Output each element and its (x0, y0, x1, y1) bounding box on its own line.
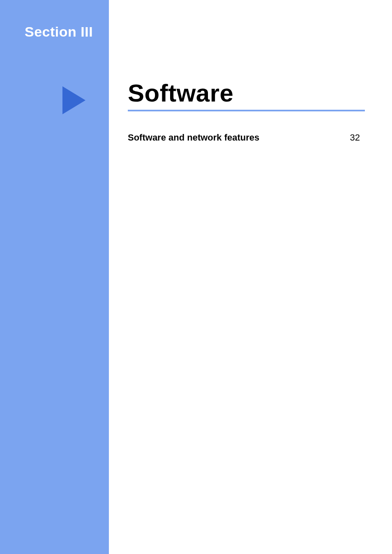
toc-entry-label: Software and network features (128, 132, 259, 143)
section-label: Section III (25, 24, 93, 40)
toc-row[interactable]: Software and network features 32 (128, 132, 365, 143)
main-content: Software Software and network features 3… (109, 0, 392, 554)
title-block: Software (128, 79, 365, 111)
play-triangle-icon (62, 86, 85, 114)
title-underline (128, 110, 365, 111)
sidebar: Section III (0, 0, 109, 554)
page-title: Software (128, 79, 365, 110)
toc-entry-page: 32 (350, 132, 360, 143)
